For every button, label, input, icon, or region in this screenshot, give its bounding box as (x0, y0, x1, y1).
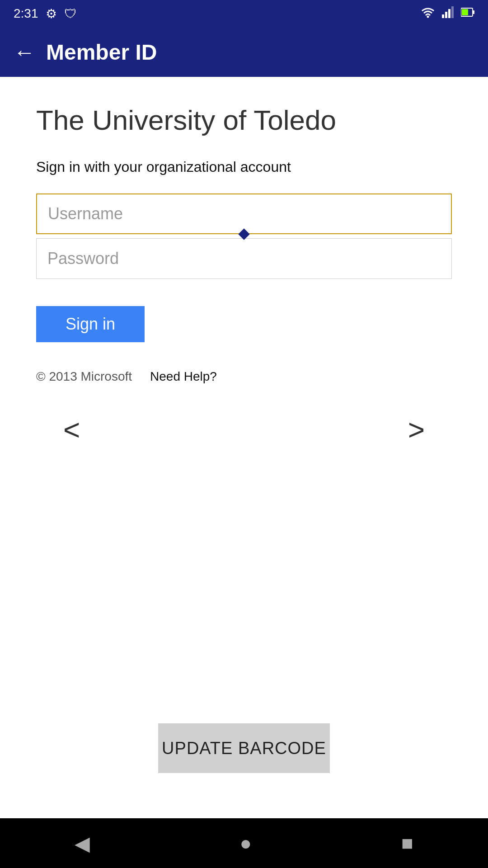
svg-point-0 (427, 16, 429, 18)
browser-back-button[interactable]: < (63, 415, 80, 444)
app-bar-title: Member ID (46, 40, 157, 65)
update-barcode-container: UPDATE BARCODE (36, 705, 452, 800)
footer-links: © 2013 Microsoft Need Help? (36, 369, 452, 384)
sign-in-label: Sign in with your organizational account (36, 159, 452, 175)
nav-recent-button[interactable]: ■ (401, 832, 413, 854)
svg-rect-6 (473, 10, 474, 14)
footer-copyright: © 2013 Microsoft (36, 369, 132, 384)
svg-rect-4 (451, 6, 454, 18)
nav-back-button[interactable]: ◀ (75, 832, 90, 855)
app-bar-back-button[interactable]: ← (14, 40, 35, 65)
need-help-link[interactable]: Need Help? (150, 369, 217, 384)
app-bar: ← Member ID (0, 27, 488, 77)
status-time: 2:31 (14, 6, 38, 21)
status-bar: 2:31 ⚙ 🛡 (0, 0, 488, 27)
svg-rect-7 (462, 9, 468, 15)
cursor-indicator (36, 234, 452, 238)
shield-icon: 🛡 (64, 6, 77, 21)
password-input[interactable] (36, 238, 452, 279)
settings-icon: ⚙ (46, 6, 57, 21)
signal-icon (442, 6, 455, 21)
svg-rect-2 (445, 12, 447, 18)
svg-rect-1 (442, 14, 444, 18)
update-barcode-button[interactable]: UPDATE BARCODE (158, 723, 330, 773)
main-content: The University of Toledo Sign in with yo… (0, 77, 488, 818)
sign-in-button[interactable]: Sign in (36, 306, 145, 342)
battery-icon (461, 6, 474, 21)
browser-nav: < > (36, 406, 452, 453)
wifi-icon (420, 6, 436, 21)
browser-forward-button[interactable]: > (408, 415, 425, 444)
nav-home-button[interactable]: ● (239, 832, 252, 854)
university-title: The University of Toledo (36, 104, 452, 136)
svg-rect-3 (448, 9, 450, 18)
bottom-nav: ◀ ● ■ (0, 818, 488, 868)
